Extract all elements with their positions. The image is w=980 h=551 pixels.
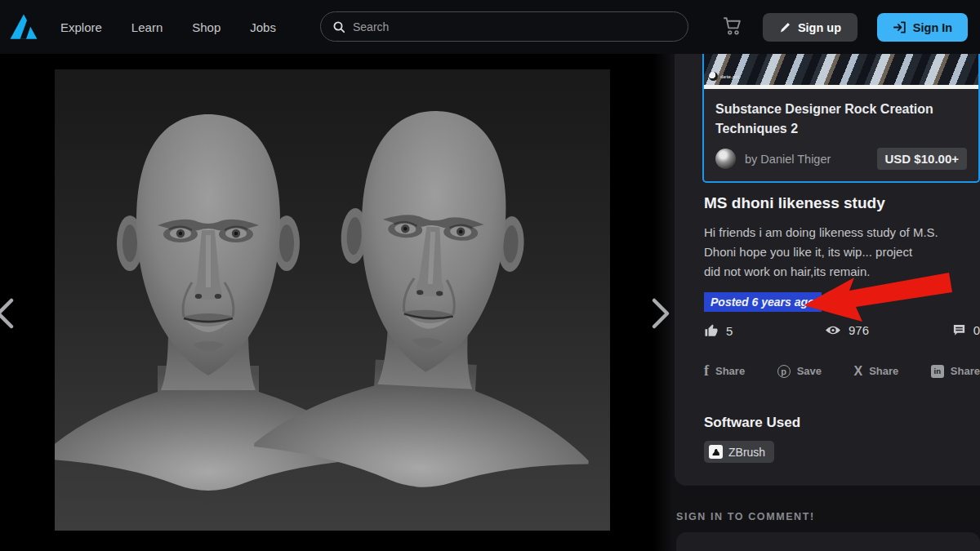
artwork-image[interactable] bbox=[55, 69, 610, 531]
sign-in-button[interactable]: Sign In bbox=[877, 13, 968, 42]
sculpt-busts-render bbox=[55, 69, 610, 531]
store-product-thumbnail: dete.art bbox=[704, 54, 978, 85]
nav-link-jobs[interactable]: Jobs bbox=[250, 20, 276, 34]
search-bar[interactable] bbox=[320, 11, 688, 42]
linkedin-share-label: Share bbox=[951, 365, 980, 377]
top-navbar: Explore Learn Shop Jobs Sign up bbox=[0, 0, 980, 54]
pinterest-save-button[interactable]: p Save bbox=[777, 362, 822, 380]
pinterest-icon: p bbox=[777, 365, 791, 378]
x-share-button[interactable]: X Share bbox=[854, 362, 899, 380]
share-buttons-row: f Share p Save X Share in Share bbox=[704, 362, 980, 380]
likes-stat[interactable]: 5 bbox=[704, 323, 733, 338]
facebook-icon: f bbox=[704, 362, 709, 380]
pencil-icon bbox=[779, 21, 791, 33]
store-product-card[interactable]: dete.art Substance Designer Rock Creatio… bbox=[702, 54, 980, 183]
comment-box-panel[interactable] bbox=[676, 532, 980, 551]
search-input[interactable] bbox=[353, 20, 676, 33]
description-line: Dhoni hope you like it, its wip... proje… bbox=[704, 242, 938, 262]
project-panel: dete.art Substance Designer Rock Creatio… bbox=[675, 54, 980, 486]
stats-row: 5 976 bbox=[704, 323, 980, 341]
sign-in-label: Sign In bbox=[913, 21, 952, 34]
linkedin-icon: in bbox=[931, 365, 944, 378]
likes-count: 5 bbox=[726, 324, 733, 338]
nav-link-learn[interactable]: Learn bbox=[131, 20, 163, 34]
artstation-logo-icon[interactable] bbox=[8, 11, 39, 43]
linkedin-share-button[interactable]: in Share bbox=[931, 362, 980, 380]
store-product-title[interactable]: Substance Designer Rock Creation Techniq… bbox=[715, 100, 967, 139]
thumbnail-watermark: dete.art bbox=[709, 72, 739, 81]
software-tag-label: ZBrush bbox=[728, 446, 765, 459]
pinterest-save-label: Save bbox=[797, 365, 822, 377]
project-sidebar: dete.art Substance Designer Rock Creatio… bbox=[671, 54, 980, 551]
eye-icon bbox=[825, 324, 841, 336]
sign-in-to-comment-text: SIGN IN TO COMMENT! bbox=[676, 511, 815, 522]
search-icon bbox=[332, 20, 345, 33]
facebook-share-label: Share bbox=[715, 365, 745, 377]
project-title: MS dhoni likeness study bbox=[704, 194, 885, 212]
comments-stat[interactable]: 0 bbox=[952, 323, 980, 337]
price-badge[interactable]: USD $10.00+ bbox=[877, 148, 967, 170]
artwork-viewer bbox=[0, 54, 671, 551]
zbrush-icon bbox=[709, 445, 723, 459]
prev-image-chevron[interactable] bbox=[0, 295, 20, 331]
comment-icon bbox=[952, 323, 966, 337]
software-tag-zbrush[interactable]: ZBrush bbox=[704, 441, 774, 463]
nav-link-shop[interactable]: Shop bbox=[192, 20, 220, 34]
software-used-heading: Software Used bbox=[704, 415, 800, 431]
nav-links: Explore Learn Shop Jobs bbox=[60, 0, 276, 54]
views-count: 976 bbox=[849, 323, 869, 337]
next-image-chevron[interactable] bbox=[646, 295, 674, 331]
store-card-meta: by Daniel Thiger USD $10.00+ bbox=[715, 148, 967, 170]
comments-count: 0 bbox=[973, 323, 980, 337]
thumbs-up-icon bbox=[704, 323, 719, 338]
nav-link-explore[interactable]: Explore bbox=[60, 20, 102, 34]
watermark-text: dete.art bbox=[720, 74, 739, 79]
x-share-label: Share bbox=[869, 365, 898, 377]
description-line: Hi friends i am doing likeness study of … bbox=[704, 223, 938, 242]
views-stat: 976 bbox=[825, 323, 869, 337]
watermark-logo-icon bbox=[709, 72, 718, 81]
store-byline[interactable]: by Daniel Thiger bbox=[745, 153, 877, 166]
sign-up-button[interactable]: Sign up bbox=[763, 13, 858, 42]
sign-up-label: Sign up bbox=[798, 21, 841, 34]
author-avatar[interactable] bbox=[715, 149, 736, 169]
cart-icon[interactable] bbox=[722, 16, 745, 38]
store-card-body: Substance Designer Rock Creation Techniq… bbox=[704, 89, 978, 181]
sign-in-icon bbox=[893, 20, 906, 34]
facebook-share-button[interactable]: f Share bbox=[704, 362, 745, 380]
x-icon: X bbox=[854, 364, 863, 379]
